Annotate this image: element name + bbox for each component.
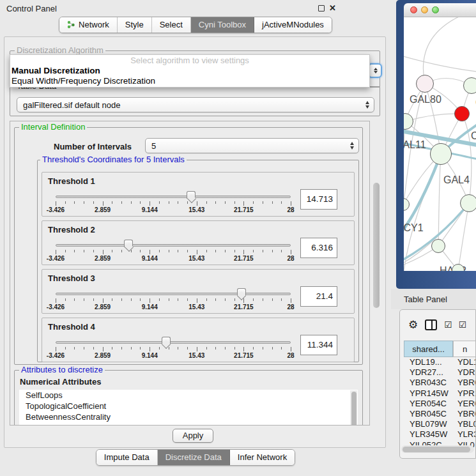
- checkbox-icon-2[interactable]: ☑: [459, 320, 466, 329]
- thresholds-group-title: Threshold's Coordinates for 5 Intervals: [40, 155, 187, 164]
- threshold-slider-track[interactable]: [56, 341, 291, 344]
- network-canvas[interactable]: GAL80G.CGAL11GAL4GCY1HHAP2: [404, 17, 476, 271]
- threshold-value-field[interactable]: 14.713: [300, 189, 337, 210]
- algorithm-option[interactable]: Manual Discretization: [10, 66, 369, 76]
- gear-icon[interactable]: ⚙: [408, 319, 418, 330]
- threshold-box: Threshold 4 -3.4262.8599.14415.4321.7152…: [42, 318, 355, 362]
- column-header-name[interactable]: n: [453, 341, 476, 357]
- table-row[interactable]: YLR345WYLR3: [404, 429, 476, 440]
- threshold-slider-track[interactable]: [56, 196, 291, 198]
- table-header: shared... n: [404, 341, 476, 357]
- interval-definition-group-title: Interval Definition: [19, 123, 87, 132]
- apply-button[interactable]: Apply: [173, 429, 213, 443]
- cyni-toolbox-panel: Discretization Algorithm Select algorith…: [4, 36, 386, 448]
- tab-network[interactable]: Network: [59, 17, 118, 33]
- discretization-algorithm-group-title: Discretization Algorithm: [15, 46, 105, 55]
- network-node[interactable]: [454, 106, 470, 121]
- threshold-value-field[interactable]: 21.4: [300, 286, 337, 307]
- slider-tick-label: 15.43: [188, 206, 204, 213]
- table-row[interactable]: YDL19...YDL1: [404, 357, 476, 367]
- threshold-value-field[interactable]: 6.316: [300, 238, 337, 258]
- attributes-group-title: Attributes to discretize: [19, 365, 105, 374]
- table-row[interactable]: YBR045CYBR0: [404, 409, 476, 419]
- combo-stepper-icon: [350, 142, 354, 150]
- network-node[interactable]: [460, 194, 476, 212]
- tab-cyni-toolbox[interactable]: Cyni Toolbox: [191, 17, 254, 33]
- threshold-label: Threshold 4: [48, 322, 95, 332]
- algorithm-combobox-focused[interactable]: [369, 63, 382, 78]
- threshold-value-field[interactable]: 11.344: [300, 335, 337, 355]
- attribute-list-item[interactable]: TopologicalCoefficient: [19, 401, 358, 411]
- minimize-window-icon[interactable]: [421, 6, 428, 13]
- tab-jactivemnodules[interactable]: jActiveMNodules: [254, 17, 332, 33]
- threshold-box: Threshold 2 -3.4262.8599.14415.4321.7152…: [42, 220, 355, 265]
- table-panel-window: ⚙ ☑ ☑ shared... n YDL19...YDL1YDR27...YD…: [399, 309, 476, 459]
- settings-scrollpane: Interval Definition Number of Intervals …: [10, 121, 370, 426]
- tab-style[interactable]: Style: [118, 17, 152, 33]
- attribute-list-item[interactable]: BetweennessCentrality: [19, 411, 358, 422]
- tab-infer-network[interactable]: Infer Network: [230, 450, 295, 465]
- close-window-icon[interactable]: [410, 6, 417, 13]
- slider-tick-label: 9.144: [142, 352, 158, 359]
- table-toolbar: ⚙ ☑ ☑: [400, 310, 475, 339]
- threshold-slider-track[interactable]: [56, 293, 291, 295]
- numerical-attributes-label: Numerical Attributes: [20, 377, 101, 387]
- slider-tick-label: -3.426: [47, 206, 65, 213]
- table-horizontal-scrollbar[interactable]: [401, 445, 474, 453]
- algorithm-option[interactable]: Equal Width/Frequency Discretization: [10, 76, 369, 86]
- slider-tick-label: 9.144: [142, 255, 158, 262]
- network-node-label: C: [471, 130, 476, 142]
- tab-select[interactable]: Select: [152, 17, 191, 33]
- algorithm-dropdown-placeholder: Select algorithm to view settings: [10, 55, 369, 66]
- network-view-window[interactable]: GAL80G.CGAL11GAL4GCY1HHAP2: [396, 0, 476, 289]
- table-row[interactable]: YBL079WYBL0: [404, 419, 476, 429]
- network-node[interactable]: [463, 77, 476, 94]
- table-data-combobox[interactable]: galFiltered.sif default node: [17, 97, 374, 112]
- number-of-intervals-value: 5: [151, 141, 156, 151]
- network-node[interactable]: [431, 239, 445, 253]
- settings-vertical-scrollbar[interactable]: [371, 121, 381, 426]
- threshold-slider-thumb[interactable]: [162, 337, 171, 344]
- number-of-intervals-combobox[interactable]: 5: [145, 138, 359, 153]
- close-panel-icon[interactable]: ✕: [329, 5, 336, 12]
- table-row[interactable]: YDR27...YDR2: [404, 367, 476, 378]
- threshold-slider-thumb[interactable]: [124, 240, 133, 247]
- table-row[interactable]: YPR145WYPR1: [404, 388, 476, 399]
- split-pane-icon[interactable]: [425, 319, 437, 330]
- network-window-titlebar[interactable]: [404, 3, 476, 17]
- slider-tick-label: 2.859: [95, 255, 111, 262]
- thresholds-group: Threshold's Coordinates for 5 Intervals …: [37, 160, 359, 362]
- network-node-label: GAL80: [410, 94, 441, 105]
- threshold-slider-track[interactable]: [56, 244, 291, 247]
- slider-tick-label: 28: [287, 206, 294, 213]
- control-panel-tabbar: NetworkStyleSelectCyni ToolboxjActiveMNo…: [0, 17, 391, 33]
- network-node[interactable]: [430, 143, 452, 165]
- slider-tick-label: 15.43: [188, 303, 204, 311]
- threshold-label: Threshold 1: [48, 176, 95, 186]
- control-panel-title: Control Panel: [6, 4, 57, 13]
- threshold-slider-thumb[interactable]: [237, 288, 246, 296]
- table-row[interactable]: YBR043CYBR0: [404, 378, 476, 388]
- slider-tick-label: 28: [287, 255, 294, 262]
- table-row[interactable]: YER054CYER0: [404, 399, 476, 409]
- tab-discretize-data[interactable]: Discretize Data: [158, 450, 230, 465]
- cyni-bottom-tabbar: Impute DataDiscretize DataInfer Network: [0, 449, 391, 466]
- float-panel-icon[interactable]: [318, 5, 325, 12]
- network-node[interactable]: [416, 75, 434, 93]
- attributes-list-scrollbar[interactable]: [350, 390, 357, 426]
- slider-tick-label: 28: [287, 303, 294, 311]
- attribute-list-item[interactable]: SelfLoops: [19, 390, 358, 401]
- stepper-up-icon: [374, 68, 378, 70]
- slider-tick-label: 21.715: [234, 303, 254, 311]
- table-data-group: Table Data galFiltered.sif default node: [10, 86, 380, 116]
- network-node-label: GCY1: [404, 222, 424, 234]
- number-of-intervals-label: Number of Intervals: [54, 142, 132, 151]
- checkbox-icon-1[interactable]: ☑: [444, 320, 452, 329]
- zoom-window-icon[interactable]: [432, 6, 439, 13]
- numerical-attributes-list[interactable]: SelfLoopsTopologicalCoefficientBetweenne…: [19, 390, 358, 426]
- column-header-shared-name[interactable]: shared...: [404, 341, 453, 357]
- threshold-slider-thumb[interactable]: [187, 191, 196, 199]
- tab-impute-data[interactable]: Impute Data: [96, 450, 158, 465]
- threshold-label: Threshold 3: [48, 273, 95, 283]
- slider-tick-label: 2.859: [95, 303, 111, 311]
